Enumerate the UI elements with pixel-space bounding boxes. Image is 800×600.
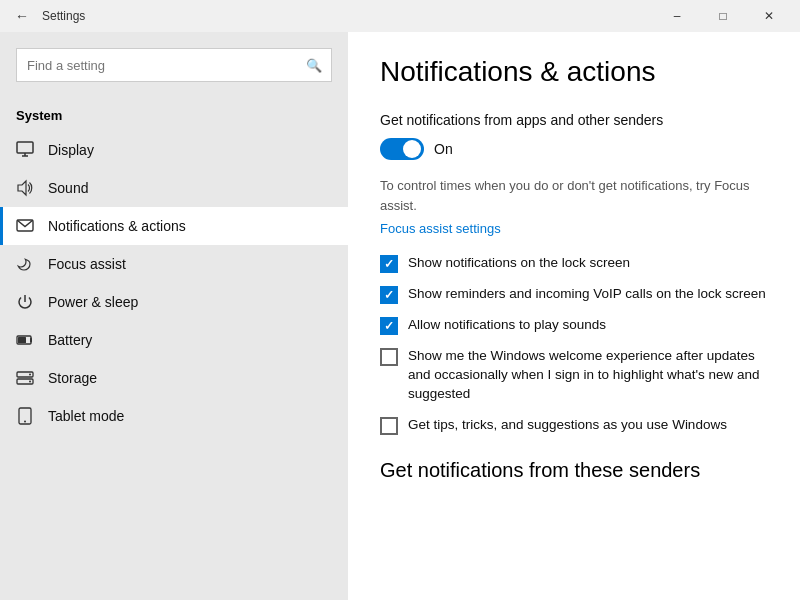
sidebar-item-storage[interactable]: Storage bbox=[0, 359, 348, 397]
title-bar: ← Settings – □ ✕ bbox=[0, 0, 800, 32]
sound-icon bbox=[16, 179, 34, 197]
sidebar-item-sound[interactable]: Sound bbox=[0, 169, 348, 207]
checkbox-lockscreen[interactable]: ✓ bbox=[380, 255, 398, 273]
notifications-toggle[interactable] bbox=[380, 138, 424, 160]
sidebar-item-battery[interactable]: Battery bbox=[0, 321, 348, 359]
svg-point-10 bbox=[29, 381, 31, 383]
sidebar-item-display[interactable]: Display bbox=[0, 131, 348, 169]
checkbox-row-lockscreen: ✓ Show notifications on the lock screen bbox=[380, 254, 768, 273]
sidebar-item-label-power: Power & sleep bbox=[48, 294, 138, 310]
checkmark-voip: ✓ bbox=[384, 289, 394, 301]
checkbox-sounds[interactable]: ✓ bbox=[380, 317, 398, 335]
sidebar-header: 🔍 bbox=[0, 32, 348, 104]
sidebar-item-label-sound: Sound bbox=[48, 180, 88, 196]
sidebar-item-label-tablet: Tablet mode bbox=[48, 408, 124, 424]
checkmark-lockscreen: ✓ bbox=[384, 258, 394, 270]
search-input[interactable] bbox=[17, 58, 297, 73]
checkbox-row-tips: Get tips, tricks, and suggestions as you… bbox=[380, 416, 768, 435]
sidebar-item-power[interactable]: Power & sleep bbox=[0, 283, 348, 321]
notifications-icon bbox=[16, 217, 34, 235]
checkbox-tips[interactable] bbox=[380, 417, 398, 435]
search-button[interactable]: 🔍 bbox=[297, 49, 331, 81]
checkbox-label-welcome: Show me the Windows welcome experience a… bbox=[408, 347, 768, 404]
toggle-knob bbox=[403, 140, 421, 158]
battery-icon bbox=[16, 331, 34, 349]
sidebar: 🔍 System Display S bbox=[0, 32, 348, 600]
hint-text: To control times when you do or don't ge… bbox=[380, 176, 768, 215]
svg-marker-3 bbox=[18, 181, 26, 195]
checkbox-row-sounds: ✓ Allow notifications to play sounds bbox=[380, 316, 768, 335]
focus-assist-link[interactable]: Focus assist settings bbox=[380, 221, 501, 236]
storage-icon bbox=[16, 369, 34, 387]
svg-point-12 bbox=[24, 421, 26, 423]
close-button[interactable]: ✕ bbox=[746, 0, 792, 32]
sidebar-item-focus-assist[interactable]: Focus assist bbox=[0, 245, 348, 283]
maximize-button[interactable]: □ bbox=[700, 0, 746, 32]
window-controls: – □ ✕ bbox=[654, 0, 792, 32]
sidebar-item-label-battery: Battery bbox=[48, 332, 92, 348]
svg-point-9 bbox=[29, 374, 31, 376]
toggle-section-label: Get notifications from apps and other se… bbox=[380, 112, 768, 128]
main-layout: 🔍 System Display S bbox=[0, 32, 800, 600]
sidebar-item-label-focus: Focus assist bbox=[48, 256, 126, 272]
title-bar-title: Settings bbox=[42, 9, 654, 23]
checkbox-voip[interactable]: ✓ bbox=[380, 286, 398, 304]
toggle-row: On bbox=[380, 138, 768, 160]
checkbox-row-welcome: Show me the Windows welcome experience a… bbox=[380, 347, 768, 404]
sidebar-item-tablet[interactable]: Tablet mode bbox=[0, 397, 348, 435]
checkmark-sounds: ✓ bbox=[384, 320, 394, 332]
tablet-icon bbox=[16, 407, 34, 425]
senders-heading: Get notifications from these senders bbox=[380, 459, 768, 482]
checkbox-welcome[interactable] bbox=[380, 348, 398, 366]
checkbox-label-sounds: Allow notifications to play sounds bbox=[408, 316, 606, 335]
checkbox-row-voip: ✓ Show reminders and incoming VoIP calls… bbox=[380, 285, 768, 304]
back-button[interactable]: ← bbox=[8, 2, 36, 30]
sidebar-item-label-storage: Storage bbox=[48, 370, 97, 386]
svg-rect-0 bbox=[17, 142, 33, 153]
sidebar-section-label: System bbox=[0, 104, 348, 131]
sidebar-item-label-display: Display bbox=[48, 142, 94, 158]
sidebar-item-notifications[interactable]: Notifications & actions bbox=[0, 207, 348, 245]
page-title: Notifications & actions bbox=[380, 56, 768, 88]
svg-rect-6 bbox=[18, 337, 26, 343]
content-area: Notifications & actions Get notification… bbox=[348, 32, 800, 600]
sidebar-item-label-notifications: Notifications & actions bbox=[48, 218, 186, 234]
toggle-label: On bbox=[434, 141, 453, 157]
power-icon bbox=[16, 293, 34, 311]
checkbox-label-tips: Get tips, tricks, and suggestions as you… bbox=[408, 416, 727, 435]
focus-assist-icon bbox=[16, 255, 34, 273]
minimize-button[interactable]: – bbox=[654, 0, 700, 32]
checkbox-label-lockscreen: Show notifications on the lock screen bbox=[408, 254, 630, 273]
display-icon bbox=[16, 141, 34, 159]
checkbox-label-voip: Show reminders and incoming VoIP calls o… bbox=[408, 285, 766, 304]
search-box[interactable]: 🔍 bbox=[16, 48, 332, 82]
